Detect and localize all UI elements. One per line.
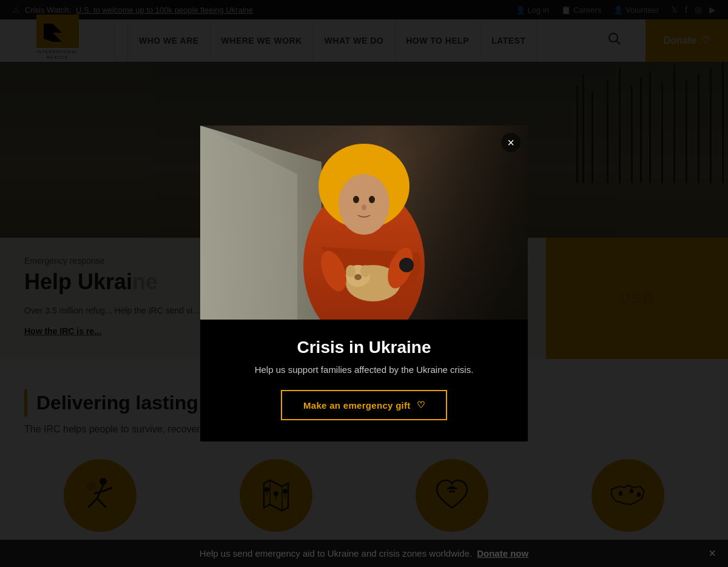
modal-close-button[interactable]: × [501,133,521,152]
modal-body: Crisis in Ukraine Help us support famili… [200,320,528,441]
modal-photo-svg [200,126,528,320]
svg-point-53 [354,274,362,280]
modal-dialog: × [200,126,528,441]
svg-point-56 [399,258,414,272]
svg-point-46 [353,196,359,203]
modal-image-area [200,126,528,320]
svg-point-47 [369,196,375,203]
modal-overlay: × [0,0,728,567]
svg-point-48 [362,204,366,210]
svg-point-51 [346,265,356,277]
svg-point-52 [360,265,370,277]
modal-desc: Help us support families affected by the… [224,364,504,375]
modal-cta-button[interactable]: Make an emergency gift ♡ [281,390,447,420]
modal-cta-label: Make an emergency gift [303,400,411,411]
modal-title: Crisis in Ukraine [224,338,504,357]
modal-cta-heart-icon: ♡ [417,400,425,411]
